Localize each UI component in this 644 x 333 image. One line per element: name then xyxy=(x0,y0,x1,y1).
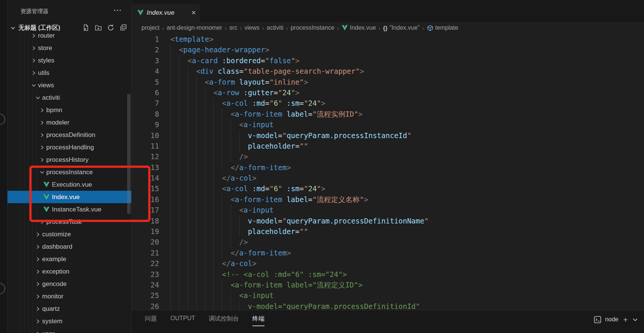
chevron-right-icon[interactable] xyxy=(35,281,41,287)
tree-item-user[interactable]: user xyxy=(8,327,131,333)
tree-item-router[interactable]: router xyxy=(8,33,131,42)
chevron-right-icon[interactable] xyxy=(31,45,37,51)
chevron-right-icon[interactable] xyxy=(35,293,41,300)
code-line[interactable]: 1<template> xyxy=(132,34,644,44)
code-line[interactable]: 26 v-model="queryParam.processDefinition… xyxy=(132,301,644,310)
chevron-down-icon[interactable] xyxy=(31,82,37,88)
code-line[interactable]: 25 <a-input xyxy=(132,290,644,301)
code-line[interactable]: 15 <a-col :md="6" :sm="24"> xyxy=(132,183,644,194)
code-line[interactable]: 7 <a-col :md="6" :sm="24"> xyxy=(132,98,644,108)
chevron-right-icon[interactable] xyxy=(39,132,45,138)
code-line[interactable]: 22 </a-col> xyxy=(132,258,644,269)
tree-item-system[interactable]: system xyxy=(8,315,131,327)
activity-bar-icon-fragment[interactable] xyxy=(0,114,5,125)
code-line[interactable]: 19 placeholder="" xyxy=(132,226,644,237)
code-line[interactable]: 10 v-model="queryParam.processInstanceId… xyxy=(132,130,644,141)
tree-item-styles[interactable]: styles xyxy=(8,54,131,67)
tree-item-utils[interactable]: utils xyxy=(8,67,131,79)
tree-item-execution-vue[interactable]: Execution.vue xyxy=(8,178,131,191)
chevron-right-icon[interactable] xyxy=(35,256,41,262)
new-file-icon[interactable] xyxy=(82,24,90,31)
chevron-right-icon[interactable] xyxy=(39,157,45,163)
code-line[interactable]: 16 <a-form-item label="流程定义名称"> xyxy=(132,194,644,205)
code-line[interactable]: 6 <a-row :gutter="24"> xyxy=(132,87,644,98)
chevron-right-icon[interactable] xyxy=(39,120,45,126)
chevron-right-icon[interactable] xyxy=(31,33,37,39)
chevron-down-icon[interactable] xyxy=(35,95,41,101)
code-line[interactable]: 8 <a-form-item label="流程实例ID"> xyxy=(132,109,644,119)
tree-item-store[interactable]: store xyxy=(8,42,131,54)
tree-item-processhandling[interactable]: processHandling xyxy=(8,141,131,154)
code-line[interactable]: 18 v-model="queryParam.processDefinition… xyxy=(132,216,644,226)
chevron-right-icon[interactable] xyxy=(31,70,37,76)
more-actions-icon[interactable]: ⋯ xyxy=(113,5,122,15)
breadcrumb-item-views[interactable]: views xyxy=(245,24,260,31)
code-line[interactable]: 24 <a-form-item label="流程定义ID"> xyxy=(132,280,644,290)
tab-index-vue[interactable]: Index.vue ✕ xyxy=(132,4,200,22)
breadcrumb-item-template[interactable]: template xyxy=(427,24,458,31)
chevron-right-icon[interactable] xyxy=(35,269,41,275)
terminal-chip[interactable]: node ＋ xyxy=(594,315,638,324)
code-line[interactable]: 13 </a-form-item> xyxy=(132,162,644,173)
tree-item-modeler[interactable]: modeler xyxy=(8,116,131,129)
panel-tab-output[interactable]: OUTPUT xyxy=(170,315,195,326)
tree-item-activiti[interactable]: activiti xyxy=(8,91,131,104)
panel-tab--[interactable]: 终端 xyxy=(252,315,264,326)
chevron-right-icon[interactable] xyxy=(39,107,45,113)
chevron-right-icon[interactable] xyxy=(35,331,41,333)
code-line[interactable]: 17 <a-input xyxy=(132,205,644,215)
breadcrumb-item--index-vue-[interactable]: {}"Index.vue" xyxy=(383,24,419,31)
terminal-dropdown-icon[interactable] xyxy=(632,317,638,322)
code-line[interactable]: 4 <div class="table-page-search-wrapper"… xyxy=(132,66,644,76)
code-line[interactable]: 20 /> xyxy=(132,237,644,247)
tree-item-customize[interactable]: customize xyxy=(8,228,131,240)
new-folder-icon[interactable] xyxy=(94,24,102,31)
code-line[interactable]: 11 placeholder="" xyxy=(132,141,644,151)
tree-item-index-vue[interactable]: Index.vue xyxy=(8,191,131,203)
tree-item-bpmn[interactable]: bpmn xyxy=(8,104,131,116)
chevron-right-icon[interactable] xyxy=(39,144,45,151)
breadcrumb-item-ant-design-monomer[interactable]: ant-design-monomer xyxy=(167,24,222,31)
sidebar-scrollbar[interactable] xyxy=(127,94,131,214)
new-terminal-icon[interactable]: ＋ xyxy=(622,315,629,324)
panel-tab--[interactable]: 问题 xyxy=(145,315,157,326)
close-icon[interactable]: ✕ xyxy=(191,9,196,16)
breadcrumb-item-project[interactable]: project xyxy=(141,24,159,31)
breadcrumb-item-activiti[interactable]: activiti xyxy=(267,24,283,31)
chevron-right-icon[interactable] xyxy=(31,58,37,64)
activity-bar-icon-fragment[interactable] xyxy=(0,283,5,294)
code-line[interactable]: 3 <a-card :bordered="false"> xyxy=(132,55,644,66)
code-editor[interactable]: 1<template>2 <page-header-wrapper>3 <a-c… xyxy=(132,34,644,310)
tree-item-processinstance[interactable]: processInstance xyxy=(8,166,131,178)
code-line[interactable]: 9 <a-input xyxy=(132,119,644,130)
tree-item-processtask[interactable]: processTask xyxy=(8,216,131,228)
tree-item-dashboard[interactable]: dashboard xyxy=(8,240,131,253)
tree-item-gencode[interactable]: gencode xyxy=(8,278,131,290)
tree-item-views[interactable]: views xyxy=(8,79,131,91)
code-line[interactable]: 14 </a-col> xyxy=(132,173,644,183)
code-line[interactable]: 2 <page-header-wrapper> xyxy=(132,44,644,55)
refresh-icon[interactable] xyxy=(107,24,114,31)
tree-item-example[interactable]: example xyxy=(8,253,131,265)
tree-item-monitor[interactable]: monitor xyxy=(8,290,131,303)
workspace-header[interactable]: 无标题 (工作区) xyxy=(8,23,131,34)
code-line[interactable]: 12 /> xyxy=(132,151,644,162)
breadcrumb-item-src[interactable]: src xyxy=(229,24,237,31)
collapse-all-icon[interactable] xyxy=(119,24,127,31)
breadcrumb-item-index-vue[interactable]: Index.vue xyxy=(342,24,376,31)
tree-item-processdefinition[interactable]: processDefinition xyxy=(8,129,131,141)
chevron-right-icon[interactable] xyxy=(39,219,45,225)
breadcrumb-item-processinstance[interactable]: processInstance xyxy=(290,24,334,31)
chevron-right-icon[interactable] xyxy=(35,306,41,312)
chevron-down-icon[interactable] xyxy=(39,169,45,175)
tree-item-exception[interactable]: exception xyxy=(8,265,131,278)
chevron-down-icon[interactable] xyxy=(11,25,15,32)
code-line[interactable]: 5 <a-form layout="inline"> xyxy=(132,77,644,87)
code-line[interactable]: 21 </a-form-item> xyxy=(132,248,644,258)
chevron-right-icon[interactable] xyxy=(35,318,41,324)
tree-item-processhistory[interactable]: processHistory xyxy=(8,154,131,166)
tree-item-quartz[interactable]: quartz xyxy=(8,303,131,315)
code-line[interactable]: 23 <!-- <a-col :md="6" :sm="24"> xyxy=(132,269,644,280)
chevron-right-icon[interactable] xyxy=(35,244,41,250)
chevron-right-icon[interactable] xyxy=(35,231,41,237)
